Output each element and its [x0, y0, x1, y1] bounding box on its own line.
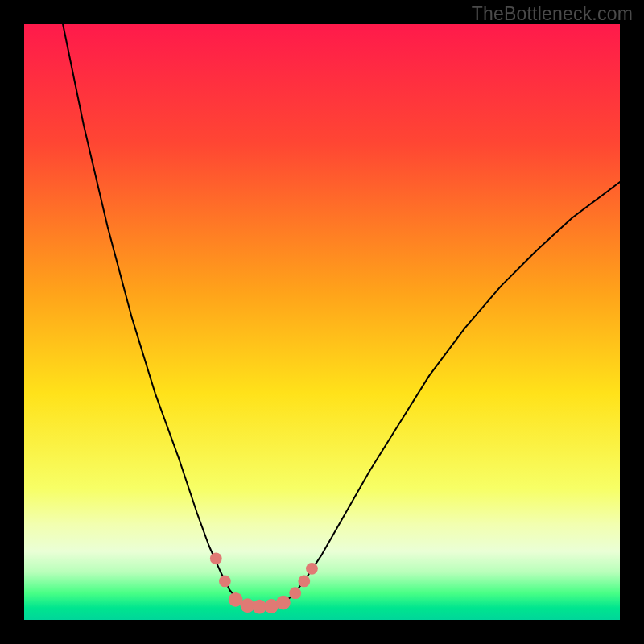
trough-marker — [219, 576, 231, 588]
trough-marker — [306, 563, 318, 575]
plot-area — [24, 24, 620, 620]
chart-svg — [24, 24, 620, 620]
trough-marker — [276, 596, 291, 610]
gradient-background — [24, 24, 620, 620]
trough-marker — [210, 552, 222, 564]
chart-frame: TheBottleneck.com — [0, 0, 644, 644]
trough-marker — [289, 587, 301, 599]
trough-marker — [298, 576, 310, 588]
watermark-text: TheBottleneck.com — [472, 3, 633, 25]
